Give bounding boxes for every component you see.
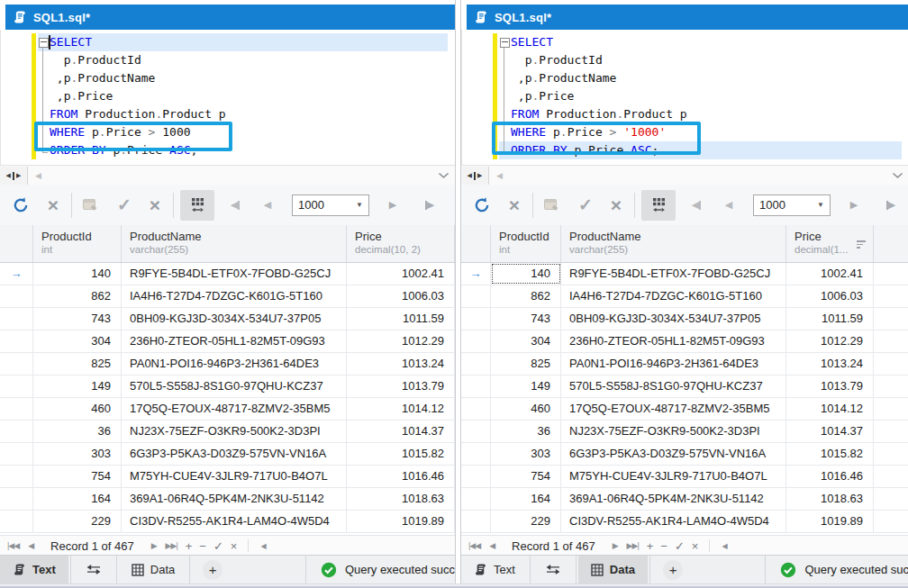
grid-hscroll-left-arrow[interactable]: ◀ — [260, 542, 265, 550]
cell-productid[interactable]: 862 — [33, 285, 122, 307]
add-view-button[interactable]: + — [203, 560, 222, 580]
stop-button[interactable]: × — [503, 190, 526, 221]
last-record-button[interactable]: ▶▶| — [166, 541, 177, 550]
next-record-button[interactable]: ▶ — [613, 541, 618, 550]
cell-price[interactable]: 1002.41 — [786, 263, 874, 285]
first-page-button[interactable]: ◀ — [223, 190, 247, 221]
cell-productname[interactable]: CI3DV-R5255-AK1R4-LAM4O-4W5D4 — [561, 511, 786, 532]
cell-price[interactable]: 1013.79 — [347, 375, 455, 397]
previous-record-button[interactable]: ◀ — [489, 541, 495, 550]
row-selector[interactable] — [461, 421, 491, 442]
code-line[interactable]: ,p.Price — [499, 87, 908, 105]
cell-productname[interactable]: 570L5-S558J-8S1G0-97QHU-KCZ37 — [122, 375, 347, 397]
cell-productid[interactable]: 825 — [491, 353, 561, 375]
row-selector[interactable] — [0, 285, 33, 307]
cell-price[interactable]: 1015.82 — [786, 443, 874, 465]
previous-page-button[interactable]: ◀ — [256, 190, 279, 221]
cell-price[interactable]: 1016.46 — [347, 466, 455, 487]
row-selector[interactable] — [0, 353, 33, 375]
table-row[interactable]: 754M75YH-CUE4V-3JLR9-717U0-B4O7L1016.46 — [461, 466, 908, 488]
table-row[interactable]: 754M75YH-CUE4V-3JLR9-717U0-B4O7L1016.46 — [0, 466, 455, 488]
column-header-price[interactable]: Pricedecimal(10, 2) — [347, 225, 455, 262]
cell-productid[interactable]: 304 — [33, 330, 122, 352]
tab-text-view[interactable]: Text — [0, 556, 68, 583]
grid-hscroll-left-arrow[interactable]: ◀ — [722, 542, 726, 550]
cell-price[interactable]: 1013.24 — [347, 353, 455, 375]
cell-productname[interactable]: R9FYE-5B4DL-ETF0X-7FOBD-G25CJ — [561, 263, 786, 285]
apply-changes-button[interactable]: ✓ — [574, 190, 597, 221]
table-row[interactable]: 164369A1-06R4Q-5PK4M-2NK3U-511421018.63 — [0, 488, 455, 511]
row-selector[interactable] — [461, 488, 491, 510]
previous-page-button[interactable]: ◀ — [717, 190, 740, 221]
cell-productname[interactable]: 236H0-ZTEOR-05HL1-82M5T-09G93 — [561, 330, 786, 352]
cell-productid[interactable]: 303 — [491, 443, 561, 465]
splitter-handle-icon[interactable]: ◀▶ — [461, 167, 489, 185]
table-row[interactable]: 3036G3P3-P5KA3-D03Z9-575VN-VN16A1015.82 — [461, 443, 908, 466]
cell-productname[interactable]: R9FYE-5B4DL-ETF0X-7FOBD-G25CJ — [122, 263, 347, 285]
cell-productid[interactable]: 36 — [491, 421, 561, 442]
cell-price[interactable]: 1014.37 — [786, 421, 874, 442]
cell-productid[interactable]: 754 — [33, 466, 122, 487]
cell-productname[interactable]: PA0N1-POI16-946P3-2H361-64DE3 — [561, 353, 786, 375]
cell-productname[interactable]: 6G3P3-P5KA3-D03Z9-575VN-VN16A — [122, 443, 347, 465]
table-row[interactable]: 825PA0N1-POI16-946P3-2H361-64DE31013.24 — [0, 353, 455, 375]
row-selector[interactable] — [0, 398, 33, 420]
editor-scroll-down-icon[interactable] — [438, 172, 449, 179]
cell-price[interactable]: 1013.24 — [786, 353, 874, 375]
table-row[interactable]: 149570L5-S558J-8S1G0-97QHU-KCZ371013.79 — [461, 375, 908, 398]
table-row[interactable]: 229CI3DV-R5255-AK1R4-LAM4O-4W5D41019.89 — [0, 511, 455, 533]
post-edit-button[interactable]: ✓ — [213, 539, 223, 553]
first-page-button[interactable]: ◀ — [685, 190, 708, 221]
stop-button[interactable]: × — [41, 190, 65, 221]
cell-productid[interactable]: 304 — [491, 330, 561, 352]
table-row[interactable]: 46017Q5Q-E7OUX-48717-8ZMV2-35BM51014.12 — [461, 398, 908, 421]
column-header-productname[interactable]: ProductNamevarchar(255) — [122, 225, 347, 262]
row-selector[interactable] — [0, 421, 33, 442]
table-row[interactable]: 304236H0-ZTEOR-05HL1-82M5T-09G931012.29 — [0, 330, 455, 353]
last-page-button[interactable]: ▶ — [418, 190, 441, 221]
row-selector[interactable] — [461, 285, 491, 307]
row-selector[interactable] — [0, 443, 33, 465]
column-header-price[interactable]: Pricedecimal(1... — [786, 225, 874, 262]
code-line[interactable]: SELECT — [38, 33, 448, 51]
add-view-button[interactable]: + — [663, 560, 683, 580]
cell-productid[interactable]: 743 — [491, 308, 561, 330]
cell-productname[interactable]: 0BH09-KGJ3D-3034X-534U7-37P05 — [561, 308, 786, 330]
cancel-changes-button[interactable]: × — [604, 190, 628, 221]
cell-price[interactable]: 1018.63 — [786, 488, 874, 510]
table-row[interactable]: 862IA4H6-T27D4-7DZGC-K601G-5T1601006.03 — [461, 285, 908, 308]
cell-productid[interactable]: 754 — [491, 466, 561, 487]
table-row[interactable]: 3036G3P3-P5KA3-D03Z9-575VN-VN16A1015.82 — [0, 443, 455, 466]
cell-price[interactable]: 1002.41 — [347, 263, 455, 285]
cell-price[interactable]: 1014.12 — [786, 398, 874, 420]
cell-productid[interactable]: 460 — [491, 398, 561, 420]
column-header-productid[interactable]: ProductIdint — [491, 225, 561, 262]
code-fold-collapse-icon[interactable] — [39, 38, 49, 48]
open-data-editor-button[interactable] — [540, 190, 563, 221]
tab-data-view[interactable]: Data — [119, 556, 187, 583]
cell-price[interactable]: 1019.89 — [347, 511, 455, 532]
cell-productid[interactable]: 164 — [491, 488, 561, 510]
cell-price[interactable]: 1014.37 — [347, 421, 455, 442]
table-row[interactable]: 36NJ23X-75EZF-O3KR9-500K2-3D3PI1014.37 — [461, 421, 908, 443]
sql-editor[interactable]: SELECT p.ProductId ,p.ProductName ,p.Pri… — [0, 30, 455, 165]
code-line[interactable]: p.ProductId — [38, 51, 455, 69]
cell-price[interactable]: 1015.82 — [347, 443, 455, 465]
table-row[interactable]: 304236H0-ZTEOR-05HL1-82M5T-09G931012.29 — [461, 330, 908, 353]
next-page-button[interactable]: ▶ — [381, 190, 404, 221]
cell-productid[interactable]: 460 — [33, 398, 122, 420]
sql-editor[interactable]: SELECT p.ProductId ,p.ProductName ,p.Pri… — [461, 30, 908, 165]
next-record-button[interactable]: ▶ — [151, 541, 157, 550]
document-tab[interactable]: SQL1.sql* — [5, 5, 455, 30]
apply-changes-button[interactable]: ✓ — [113, 190, 136, 221]
document-tab[interactable]: SQL1.sql* — [467, 5, 908, 30]
editor-hscroll-left-arrow[interactable]: ◀ — [496, 171, 503, 180]
cell-productid[interactable]: 229 — [33, 511, 122, 532]
code-line[interactable]: p.ProductId — [499, 51, 908, 69]
cell-productid[interactable]: 140 — [491, 263, 561, 285]
code-line[interactable]: ,p.ProductName — [38, 69, 455, 87]
cell-productname[interactable]: 17Q5Q-E7OUX-48717-8ZMV2-35BM5 — [561, 398, 786, 420]
cell-price[interactable]: 1016.46 — [786, 466, 874, 487]
first-record-button[interactable]: |◀◀ — [7, 541, 19, 550]
tab-data-view[interactable]: Data — [578, 556, 648, 583]
